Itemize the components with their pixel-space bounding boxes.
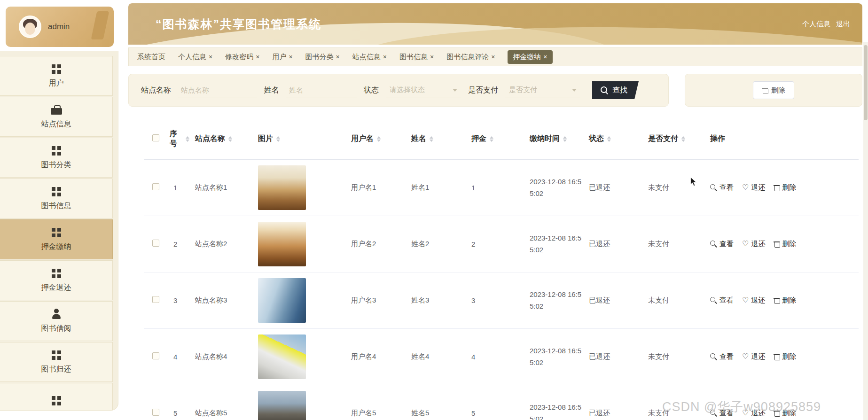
sidebar-item-book-info[interactable]: 图书信息: [0, 179, 113, 218]
magnifier-icon: [710, 410, 717, 417]
close-icon[interactable]: ×: [430, 53, 434, 61]
sidebar-item-users[interactable]: 用户: [0, 56, 113, 96]
paid-select[interactable]: 是否支付: [505, 82, 580, 98]
logout-link[interactable]: 退出: [836, 20, 850, 29]
site-photo: [258, 278, 306, 323]
table-row: 4 站点名称4 用户名4 姓名4 4 2023-12-08 16:55:02 已…: [144, 328, 859, 385]
tab-home[interactable]: 系统首页: [137, 53, 165, 62]
delete-action[interactable]: 删除: [774, 409, 796, 418]
delete-button[interactable]: 删除: [753, 81, 794, 99]
close-icon[interactable]: ×: [543, 53, 547, 61]
filter-panel: 站点名称 姓名 状态 请选择状态 是否支付 是否支付 查找: [128, 74, 669, 107]
sort-icon[interactable]: [681, 136, 685, 142]
profile-link[interactable]: 个人信息: [802, 20, 830, 29]
view-action[interactable]: 查看: [710, 183, 734, 192]
delete-action[interactable]: 删除: [774, 183, 796, 192]
tab-label: 图书分类: [305, 53, 334, 62]
scrollbar[interactable]: [863, 42, 868, 420]
tab-label: 个人信息: [178, 53, 206, 62]
view-action[interactable]: 查看: [710, 296, 734, 305]
tab-profile[interactable]: 个人信息 ×: [178, 53, 212, 62]
refund-action[interactable]: ♡退还: [742, 352, 765, 361]
close-icon[interactable]: ×: [383, 53, 387, 61]
action-label: 退还: [751, 183, 765, 192]
column-header-seq: 序号: [170, 129, 182, 149]
refund-action[interactable]: ♡退还: [742, 240, 765, 249]
cell-username: 用户名4: [348, 328, 408, 385]
close-icon[interactable]: ×: [209, 53, 212, 61]
close-icon[interactable]: ×: [491, 53, 495, 61]
view-action[interactable]: 查看: [710, 240, 734, 249]
refund-action[interactable]: ♡退还: [742, 183, 765, 192]
sort-icon[interactable]: [430, 136, 433, 142]
column-header-status: 状态: [589, 134, 604, 144]
tab-book-category[interactable]: 图书分类 ×: [305, 53, 340, 62]
sidebar-item-partial[interactable]: [0, 383, 113, 411]
close-icon[interactable]: ×: [256, 53, 259, 61]
table-row: 2 站点名称2 用户名2 姓名2 2 2023-12-08 16:55:02 已…: [144, 216, 859, 272]
cell-username: 用户名2: [348, 216, 408, 272]
sort-icon[interactable]: [377, 136, 381, 142]
select-all-checkbox[interactable]: [152, 134, 159, 141]
delete-action[interactable]: 删除: [774, 240, 796, 249]
refund-action[interactable]: ♡退还: [742, 296, 765, 305]
row-checkbox[interactable]: [152, 240, 159, 247]
sidebar-item-label: 图书借阅: [41, 324, 71, 334]
delete-action[interactable]: 删除: [774, 352, 796, 361]
row-checkbox[interactable]: [152, 409, 159, 416]
cell-pay-time: 2023-12-08 16:55:02: [527, 159, 586, 216]
tab-users[interactable]: 用户 ×: [272, 53, 292, 62]
sort-icon[interactable]: [228, 136, 232, 142]
sidebar-item-deposit-pay[interactable]: 押金缴纳: [0, 219, 113, 259]
row-checkbox[interactable]: [152, 352, 159, 359]
sort-icon[interactable]: [607, 136, 611, 142]
sidebar-item-deposit-refund[interactable]: 押金退还: [0, 260, 113, 300]
sort-icon[interactable]: [563, 136, 567, 142]
search-button[interactable]: 查找: [592, 81, 639, 99]
view-action[interactable]: 查看: [710, 352, 734, 361]
trash-icon: [774, 184, 780, 191]
sidebar-item-label: 押金退还: [41, 283, 71, 293]
sort-icon[interactable]: [490, 136, 493, 142]
briefcase-icon: [50, 104, 63, 115]
cell-deposit: 4: [469, 328, 527, 385]
sort-icon[interactable]: [276, 136, 280, 142]
row-checkbox[interactable]: [152, 183, 159, 190]
sidebar-item-book-return[interactable]: 图书归还: [0, 342, 113, 382]
tab-book-info[interactable]: 图书信息 ×: [399, 53, 434, 62]
page: admin 用户 站点信息 图书分类 图书信息 押金缴纳: [0, 0, 868, 420]
tab-book-comments[interactable]: 图书信息评论 ×: [446, 53, 495, 62]
sidebar-item-site-info[interactable]: 站点信息: [0, 97, 113, 137]
scrollbar-thumb[interactable]: [864, 45, 868, 120]
tab-label: 押金缴纳: [513, 53, 541, 62]
sort-icon[interactable]: [186, 136, 189, 142]
tab-change-password[interactable]: 修改密码 ×: [225, 53, 259, 62]
action-label: 查看: [719, 183, 734, 192]
sidebar-item-book-borrow[interactable]: 图书借阅: [0, 301, 113, 341]
cell-status: 已退还: [586, 272, 645, 328]
sidebar-item-label: 图书分类: [41, 160, 71, 170]
page-title: “图书森林”共享图书管理系统: [156, 16, 321, 32]
row-checkbox[interactable]: [152, 296, 159, 303]
cell-deposit: 1: [469, 159, 527, 216]
tab-site-info[interactable]: 站点信息 ×: [352, 53, 387, 62]
view-action[interactable]: 查看: [710, 409, 734, 418]
close-icon[interactable]: ×: [289, 53, 292, 61]
app-header: “图书森林”共享图书管理系统 个人信息 退出: [128, 3, 862, 45]
tab-deposit-pay[interactable]: 押金缴纳 ×: [508, 50, 552, 64]
sidebar-item-book-category[interactable]: 图书分类: [0, 138, 113, 178]
cell-name: 姓名2: [408, 216, 469, 272]
status-select[interactable]: 请选择状态: [386, 82, 461, 98]
magnifier-icon: [710, 241, 717, 248]
name-input[interactable]: [286, 82, 357, 98]
cell-name: 姓名1: [408, 159, 469, 216]
refund-action[interactable]: ♡退还: [742, 409, 765, 418]
magnifier-icon: [710, 184, 717, 191]
cell-paid: 未支付: [645, 328, 707, 385]
delete-action[interactable]: 删除: [774, 296, 796, 305]
cell-site-name: 站点名称3: [192, 272, 255, 328]
close-icon[interactable]: ×: [336, 53, 340, 61]
trash-icon: [774, 241, 780, 248]
site-name-input[interactable]: [178, 82, 257, 98]
table-row: 5 站点名称5 用户名5 姓名5 5 2023-12-08 16:55:02 已…: [144, 385, 859, 420]
